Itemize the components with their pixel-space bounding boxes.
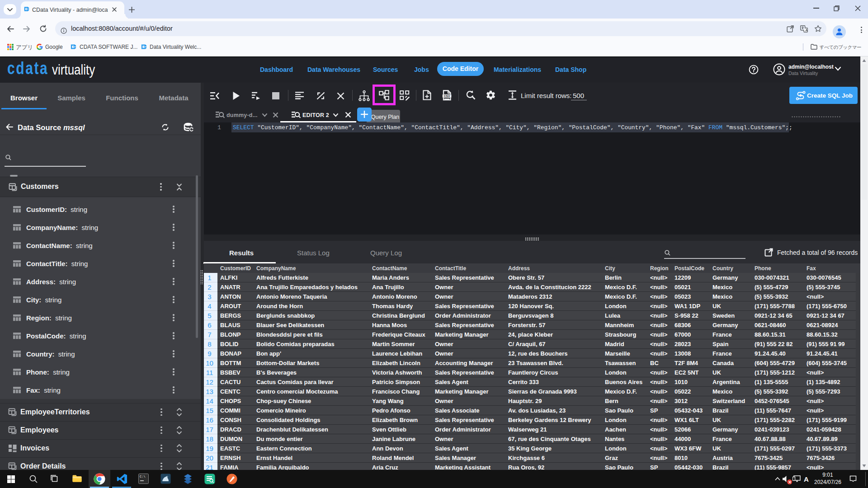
svg-text:CSV: CSV [444,94,450,98]
svg-text:cdata: cdata [7,59,48,78]
svg-text:C:\: C:\ [140,475,146,479]
svg-text:virtuality: virtuality [52,62,95,78]
